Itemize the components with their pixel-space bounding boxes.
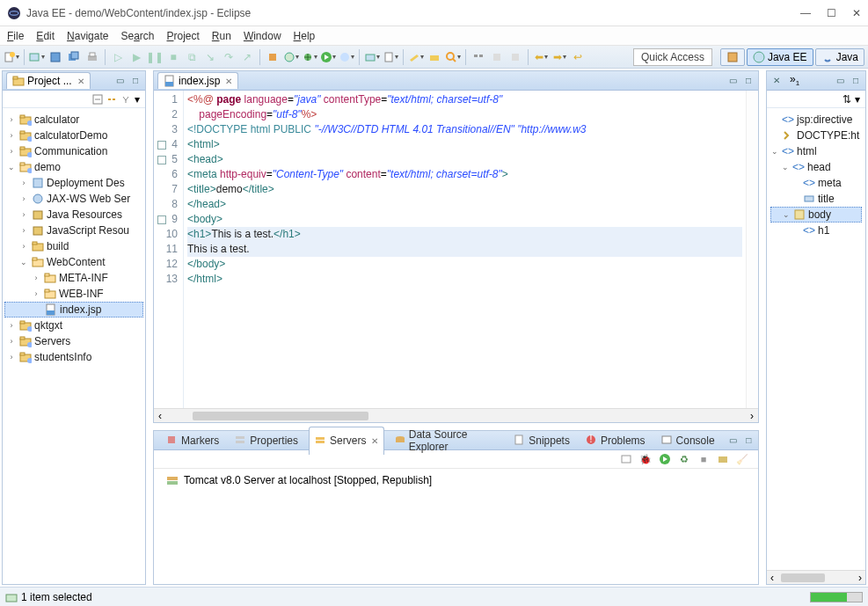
build-button[interactable] [265,49,281,65]
tree-item[interactable]: ›build [4,238,143,254]
tree-item[interactable]: ›Communication [4,143,143,159]
menu-window[interactable]: Window [244,30,281,42]
step-over-button[interactable]: ↷ [221,49,237,65]
outline-h-scrollbar[interactable]: ‹› [767,570,865,584]
tree-item[interactable]: ›qktgxt [4,318,143,333]
twistie-icon[interactable]: › [6,353,17,361]
tree-item[interactable]: ⌄WebContent [4,254,143,270]
maximize-editor-button[interactable]: □ [742,75,755,87]
outline-item[interactable]: ⌄<>html [770,143,862,159]
twistie-icon[interactable]: ⌄ [782,210,791,219]
tree-item[interactable]: ›studentsInfo [4,349,143,365]
tree-item[interactable]: ›calculator [4,112,143,128]
code-editor[interactable]: 12345678910111213 <%@ page language="jav… [154,91,758,408]
last-edit-button[interactable]: ↩ [570,49,586,65]
tree-item[interactable]: ›WEB-INF [4,286,143,302]
minimize-view-button[interactable]: ▭ [113,75,126,87]
server-run-button[interactable] [283,49,299,65]
tree-item[interactable]: ›JavaScript Resou [4,223,143,238]
server-item[interactable]: Tomcat v8.0 Server at localhost [Stopped… [154,469,758,492]
twistie-icon[interactable]: › [31,289,41,298]
open-type-button[interactable] [408,49,424,65]
menu-search[interactable]: Search [120,30,154,42]
editor-tab-index-jsp[interactable]: index.jsp ✕ [157,72,238,89]
outline-item[interactable]: <>jsp:directive [770,112,862,128]
new-server-button[interactable] [364,49,380,65]
outline-item[interactable]: ⌄body [770,207,862,223]
menu-navigate[interactable]: Navigate [67,30,108,42]
perspective-java-ee[interactable]: Java EE [747,48,813,66]
open-task-button[interactable] [427,49,442,65]
twistie-icon[interactable]: › [6,321,17,330]
open-perspective-button[interactable] [720,48,745,66]
twistie-icon[interactable]: › [18,226,29,235]
pin-editor-button[interactable] [489,49,505,65]
save-button[interactable] [47,49,63,65]
debug-stop-button[interactable]: ■ [165,49,181,65]
link-editor-button[interactable] [507,49,523,65]
server-no-config-button[interactable] [619,452,633,466]
collapse-all-button[interactable] [92,94,103,105]
menu-run[interactable]: Run [212,30,231,42]
outline-menu-button[interactable]: ▾ [855,93,860,106]
tree-item[interactable]: ⌄demo [4,159,143,175]
minimize-button[interactable]: — [800,7,811,19]
save-all-button[interactable] [66,49,82,65]
outline-item[interactable]: title [770,191,862,207]
tree-item[interactable]: ›Servers [4,333,143,349]
minimize-editor-button[interactable]: ▭ [726,75,739,87]
twistie-icon[interactable]: › [6,337,17,346]
twistie-icon[interactable]: › [6,147,17,156]
outline-item[interactable]: <>meta [770,175,862,191]
close-icon[interactable]: ✕ [371,436,378,446]
menu-edit[interactable]: Edit [36,30,55,42]
new-other-button[interactable] [29,49,45,65]
twistie-icon[interactable]: ⌄ [6,163,17,172]
new-button[interactable] [4,49,19,65]
twistie-icon[interactable]: › [18,210,29,219]
twistie-icon[interactable]: › [18,242,29,251]
tree-item[interactable]: ›META-INF [4,270,143,286]
minimize-bottom-button[interactable]: ▭ [727,434,740,447]
step-into-button[interactable]: ↘ [202,49,218,65]
toggle-breadcrumb-button[interactable] [470,49,486,65]
perspective-java[interactable]: Java [815,48,864,66]
back-button[interactable]: ⬅ [533,49,549,65]
debug-resume-button[interactable]: ▶ [128,49,144,65]
twistie-icon[interactable]: ⌄ [18,258,29,266]
close-button[interactable]: ✕ [852,7,861,19]
server-profile-button[interactable]: ♻ [677,452,691,466]
new-jsp-button[interactable] [383,49,398,65]
debug-button[interactable] [302,49,317,65]
menu-help[interactable]: Help [294,30,316,42]
view-menu-button[interactable]: ▾ [135,93,140,106]
twistie-icon[interactable]: › [6,131,17,140]
server-start-button[interactable] [658,452,672,466]
debug-step-button[interactable]: ▷ [110,49,126,65]
twistie-icon[interactable]: › [6,115,17,124]
minimize-outline-button[interactable]: ▭ [834,75,846,87]
forward-button[interactable]: ➡ [551,49,567,65]
twistie-icon[interactable]: ⌄ [781,163,790,172]
twistie-icon[interactable]: › [31,274,41,282]
server-clean-button[interactable]: 🧹 [735,452,749,466]
menu-file[interactable]: File [7,30,24,42]
outline-item[interactable]: <>h1 [770,223,862,238]
quick-access-field[interactable]: Quick Access [633,48,712,66]
menu-project[interactable]: Project [166,30,199,42]
project-explorer-tab[interactable]: Project ... ✕ [6,72,91,89]
run-button[interactable] [320,49,336,65]
outline-tab-icon[interactable]: ✕ [770,75,783,87]
debug-disconnect-button[interactable]: ⧉ [184,49,200,65]
server-stop-button[interactable]: ■ [697,452,711,466]
project-tree[interactable]: ›calculator›calculatorDemo›Communication… [3,108,145,584]
twistie-icon[interactable]: ⌄ [770,147,779,156]
outline-item[interactable]: DOCTYPE:ht [770,128,862,143]
twistie-icon[interactable]: › [18,179,29,187]
step-return-button[interactable]: ↗ [239,49,255,65]
coverage-button[interactable] [339,49,354,65]
tree-item[interactable]: ›Deployment Des [4,175,143,191]
tree-item[interactable]: ›JAX-WS Web Ser [4,191,143,207]
search-button[interactable] [445,49,461,65]
editor-h-scrollbar[interactable]: ‹› [154,408,758,422]
